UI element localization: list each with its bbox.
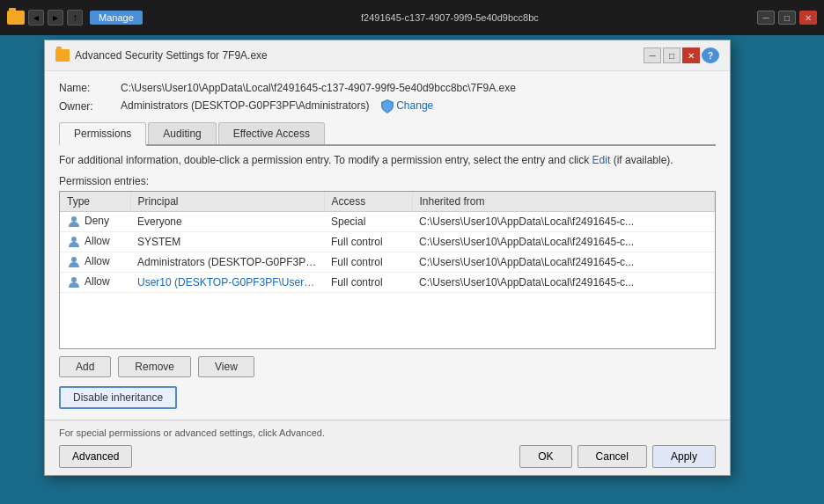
col-header-inherited: Inherited from <box>412 192 715 212</box>
taskbar-back-btn[interactable]: ◂ <box>28 10 44 26</box>
tab-auditing[interactable]: Auditing <box>148 122 216 144</box>
taskbar-up-btn[interactable]: ↑ <box>67 10 83 26</box>
type-value: Allow <box>85 235 110 247</box>
perm-entries-label: Permission entries: <box>59 175 716 187</box>
tabs-container: Permissions Auditing Effective Access <box>59 122 716 146</box>
cell-principal: Administrators (DESKTOP-G0PF3PF\Admini..… <box>130 252 324 272</box>
advanced-button[interactable]: Advanced <box>59 445 132 468</box>
view-button[interactable]: View <box>198 356 254 377</box>
dialog-body: Name: C:\Users\User10\AppData\Local\f249… <box>45 71 730 420</box>
cell-principal: Everyone <box>130 211 324 231</box>
cell-access: Special <box>324 211 412 231</box>
cell-type: Allow <box>60 252 130 272</box>
user-icon <box>67 215 81 229</box>
user-icon <box>67 275 81 289</box>
remove-button[interactable]: Remove <box>118 356 191 377</box>
tab-effective-access[interactable]: Effective Access <box>218 122 325 144</box>
svg-point-3 <box>71 277 77 282</box>
info-text-suffix: (if available). <box>610 154 673 166</box>
dialog-minimize-btn[interactable]: ─ <box>644 47 661 63</box>
cancel-button[interactable]: Cancel <box>578 445 647 468</box>
advanced-security-dialog: Advanced Security Settings for 7F9A.exe … <box>44 40 731 476</box>
dialog-title-controls: ─ □ ✕ ? <box>644 47 719 63</box>
taskbar-window-controls: ─ □ ✕ <box>757 11 817 25</box>
taskbar: ◂ ▸ ↑ Manage f2491645-c137-4907-99f9-5e4… <box>0 0 824 35</box>
taskbar-close-btn[interactable]: ✕ <box>799 11 817 25</box>
col-header-principal: Principal <box>130 192 324 212</box>
ok-button[interactable]: OK <box>519 445 571 468</box>
taskbar-folder-icon <box>7 11 25 25</box>
change-owner-link[interactable]: Change <box>396 99 433 112</box>
cell-type: Deny <box>60 211 130 231</box>
dialog-titlebar: Advanced Security Settings for 7F9A.exe … <box>45 40 730 71</box>
dialog-title-text: Advanced Security Settings for 7F9A.exe <box>75 49 268 62</box>
info-text: For additional information, double-click… <box>59 153 716 168</box>
svg-point-2 <box>71 257 77 262</box>
footer-info-text: For special permissions or advanced sett… <box>59 427 716 438</box>
cell-access: Full control <box>324 272 412 292</box>
name-label: Name: <box>59 82 121 94</box>
dialog-footer: For special permissions or advanced sett… <box>45 420 730 475</box>
user-icon <box>67 255 81 269</box>
table-row[interactable]: AllowSYSTEMFull controlC:\Users\User10\A… <box>60 231 715 252</box>
apply-button[interactable]: Apply <box>652 445 716 468</box>
cell-principal: SYSTEM <box>130 231 324 252</box>
dialog-title-left: Advanced Security Settings for 7F9A.exe <box>55 49 268 62</box>
shield-icon <box>381 99 394 113</box>
cell-inherited: C:\Users\User10\AppData\Local\f2491645-c… <box>412 252 715 272</box>
taskbar-forward-btn[interactable]: ▸ <box>48 10 63 26</box>
footer-buttons: Advanced OK Cancel Apply <box>59 445 716 468</box>
cell-access: Full control <box>324 231 412 252</box>
name-row: Name: C:\Users\User10\AppData\Local\f249… <box>59 82 716 94</box>
table-row[interactable]: DenyEveryoneSpecialC:\Users\User10\AppDa… <box>60 211 715 231</box>
svg-point-1 <box>71 237 77 242</box>
dialog-maximize-btn[interactable]: □ <box>663 47 681 63</box>
edit-link[interactable]: Edit <box>592 154 611 166</box>
type-value: Allow <box>85 255 110 267</box>
table-body: DenyEveryoneSpecialC:\Users\User10\AppDa… <box>60 211 715 292</box>
taskbar-minimize-btn[interactable]: ─ <box>757 11 775 25</box>
name-value: C:\Users\User10\AppData\Local\f2491645-c… <box>121 82 716 94</box>
permissions-table-container: Type Principal Access Inherited from Den… <box>59 191 716 349</box>
svg-point-0 <box>71 216 77 222</box>
table-header: Type Principal Access Inherited from <box>60 192 715 212</box>
info-text-prefix: For additional information, double-click… <box>59 154 592 166</box>
dialog-help-btn[interactable]: ? <box>702 47 719 63</box>
taskbar-manage-btn[interactable]: Manage <box>90 11 143 25</box>
taskbar-maximize-btn[interactable]: □ <box>778 11 796 25</box>
cell-type: Allow <box>60 272 130 292</box>
type-value: Allow <box>85 275 110 288</box>
col-header-type: Type <box>60 192 130 212</box>
add-button[interactable]: Add <box>59 356 111 377</box>
tab-permissions[interactable]: Permissions <box>59 122 146 146</box>
footer-text: For special permissions or advanced sett… <box>59 427 325 438</box>
cell-inherited: C:\Users\User10\AppData\Local\f2491645-c… <box>412 231 715 252</box>
owner-row: Owner: Administrators (DESKTOP-G0PF3PF\A… <box>59 99 716 113</box>
table-row[interactable]: AllowUser10 (DESKTOP-G0PF3PF\User10)Full… <box>60 272 715 292</box>
dialog-close-btn[interactable]: ✕ <box>682 47 700 63</box>
dialog-folder-icon <box>55 49 70 62</box>
col-header-access: Access <box>324 192 412 212</box>
cell-access: Full control <box>324 252 412 272</box>
table-row[interactable]: AllowAdministrators (DESKTOP-G0PF3PF\Adm… <box>60 252 715 272</box>
cell-inherited: C:\Users\User10\AppData\Local\f2491645-c… <box>412 211 715 231</box>
owner-value: Administrators (DESKTOP-G0PF3PF\Administ… <box>121 99 716 113</box>
user-icon <box>67 235 81 249</box>
taskbar-path: f2491645-c137-4907-99f9-5e40d9bcc8bc <box>146 12 754 23</box>
owner-value-text: Administrators (DESKTOP-G0PF3PF\Administ… <box>121 99 370 112</box>
cell-type: Allow <box>60 231 130 252</box>
cell-principal: User10 (DESKTOP-G0PF3PF\User10) <box>130 272 324 292</box>
permissions-table: Type Principal Access Inherited from Den… <box>60 192 715 293</box>
owner-label: Owner: <box>59 100 121 113</box>
disable-inheritance-button[interactable]: Disable inheritance <box>59 386 177 409</box>
bottom-buttons: Add Remove View <box>59 356 716 377</box>
cell-inherited: C:\Users\User10\AppData\Local\f2491645-c… <box>412 272 715 292</box>
type-value: Deny <box>85 215 109 227</box>
